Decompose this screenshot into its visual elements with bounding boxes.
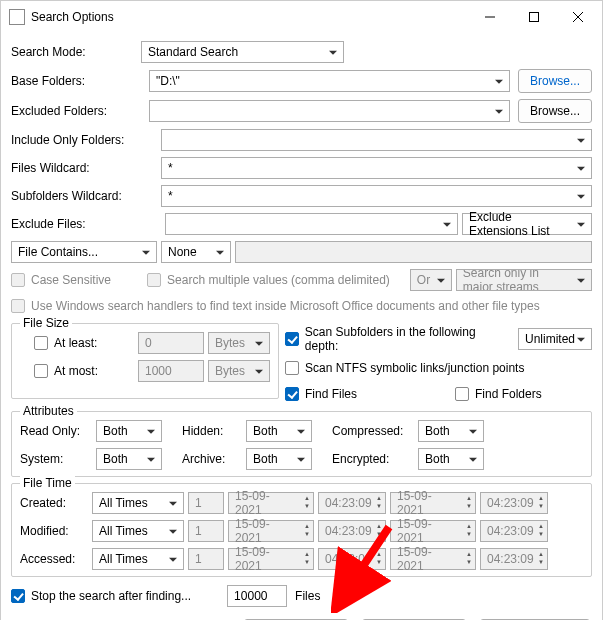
search-mode-label: Search Mode:: [11, 45, 141, 59]
compressed-label: Compressed:: [332, 424, 414, 438]
app-icon: [9, 9, 25, 25]
accessed-mode-select[interactable]: All Times: [92, 548, 184, 570]
hidden-label: Hidden:: [182, 424, 242, 438]
browse-excluded-button[interactable]: Browse...: [518, 99, 592, 123]
include-only-input[interactable]: [161, 129, 592, 151]
multiple-op-select[interactable]: Or: [410, 269, 452, 291]
accessed-label: Accessed:: [20, 552, 88, 566]
read-only-label: Read Only:: [20, 424, 92, 438]
modified-date1-input[interactable]: 15-09-2021: [228, 520, 314, 542]
accessed-n-input[interactable]: 1: [188, 548, 224, 570]
modified-date2-input[interactable]: 15-09-2021: [390, 520, 476, 542]
browse-base-button[interactable]: Browse...: [518, 69, 592, 93]
maximize-button[interactable]: [512, 2, 556, 32]
hidden-select[interactable]: Both: [246, 420, 312, 442]
include-only-label: Include Only Folders:: [11, 133, 161, 147]
base-folders-input[interactable]: "D:\": [149, 70, 510, 92]
exclude-extensions-select[interactable]: Exclude Extensions List: [462, 213, 592, 235]
modified-label: Modified:: [20, 524, 88, 538]
find-folders-checkbox[interactable]: Find Folders: [455, 387, 542, 401]
encrypted-label: Encrypted:: [332, 452, 414, 466]
modified-time1-input[interactable]: 04:23:09: [318, 520, 386, 542]
created-time1-input[interactable]: 04:23:09: [318, 492, 386, 514]
win-handlers-checkbox[interactable]: Use Windows search handlers to find text…: [11, 299, 540, 313]
search-major-select[interactable]: Search only in major streams: [456, 269, 592, 291]
modified-mode-select[interactable]: All Times: [92, 520, 184, 542]
search-mode-select[interactable]: Standard Search: [141, 41, 344, 63]
at-least-input[interactable]: 0: [138, 332, 204, 354]
created-time2-input[interactable]: 04:23:09: [480, 492, 548, 514]
compressed-select[interactable]: Both: [418, 420, 484, 442]
subfolders-wildcard-label: Subfolders Wildcard:: [11, 189, 161, 203]
depth-select[interactable]: Unlimited: [518, 328, 592, 350]
file-contains-mode-select[interactable]: None: [161, 241, 231, 263]
file-time-legend: File Time: [20, 476, 75, 490]
minimize-button[interactable]: [468, 2, 512, 32]
excluded-folders-label: Excluded Folders:: [11, 104, 141, 118]
file-contains-value-input[interactable]: [235, 241, 592, 263]
created-n-input[interactable]: 1: [188, 492, 224, 514]
encrypted-select[interactable]: Both: [418, 448, 484, 470]
case-sensitive-checkbox[interactable]: Case Sensitive: [11, 273, 111, 287]
at-most-unit-select[interactable]: Bytes: [208, 360, 270, 382]
archive-label: Archive:: [182, 452, 242, 466]
at-least-unit-select[interactable]: Bytes: [208, 332, 270, 354]
created-label: Created:: [20, 496, 88, 510]
created-mode-select[interactable]: All Times: [92, 492, 184, 514]
accessed-time1-input[interactable]: 04:23:09: [318, 548, 386, 570]
at-most-input[interactable]: 1000: [138, 360, 204, 382]
system-select[interactable]: Both: [96, 448, 162, 470]
stop-after-checkbox[interactable]: Stop the search after finding...: [11, 589, 191, 603]
accessed-date2-input[interactable]: 15-09-2021: [390, 548, 476, 570]
file-size-legend: File Size: [20, 316, 72, 330]
created-date1-input[interactable]: 15-09-2021: [228, 492, 314, 514]
archive-select[interactable]: Both: [246, 448, 312, 470]
attributes-legend: Attributes: [20, 404, 77, 418]
subfolders-wildcard-input[interactable]: *: [161, 185, 592, 207]
svg-rect-1: [530, 13, 539, 22]
scan-subfolders-checkbox[interactable]: Scan Subfolders in the following depth:: [285, 325, 510, 353]
find-files-checkbox[interactable]: Find Files: [285, 387, 357, 401]
modified-time2-input[interactable]: 04:23:09: [480, 520, 548, 542]
at-most-checkbox[interactable]: At most:: [34, 364, 98, 378]
exclude-files-label: Exclude Files:: [11, 217, 161, 231]
scan-ntfs-checkbox[interactable]: Scan NTFS symbolic links/junction points: [285, 361, 524, 375]
window-title: Search Options: [31, 10, 468, 24]
close-window-button[interactable]: [556, 2, 600, 32]
files-label: Files: [295, 589, 320, 603]
read-only-select[interactable]: Both: [96, 420, 162, 442]
search-multiple-checkbox[interactable]: Search multiple values (comma delimited): [147, 273, 390, 287]
created-date2-input[interactable]: 15-09-2021: [390, 492, 476, 514]
excluded-folders-input[interactable]: [149, 100, 510, 122]
base-folders-label: Base Folders:: [11, 74, 141, 88]
files-wildcard-label: Files Wildcard:: [11, 161, 161, 175]
system-label: System:: [20, 452, 92, 466]
accessed-time2-input[interactable]: 04:23:09: [480, 548, 548, 570]
modified-n-input[interactable]: 1: [188, 520, 224, 542]
stop-count-input[interactable]: 10000: [227, 585, 287, 607]
exclude-files-input[interactable]: [165, 213, 458, 235]
accessed-date1-input[interactable]: 15-09-2021: [228, 548, 314, 570]
files-wildcard-input[interactable]: *: [161, 157, 592, 179]
file-contains-select[interactable]: File Contains...: [11, 241, 157, 263]
at-least-checkbox[interactable]: At least:: [34, 336, 97, 350]
